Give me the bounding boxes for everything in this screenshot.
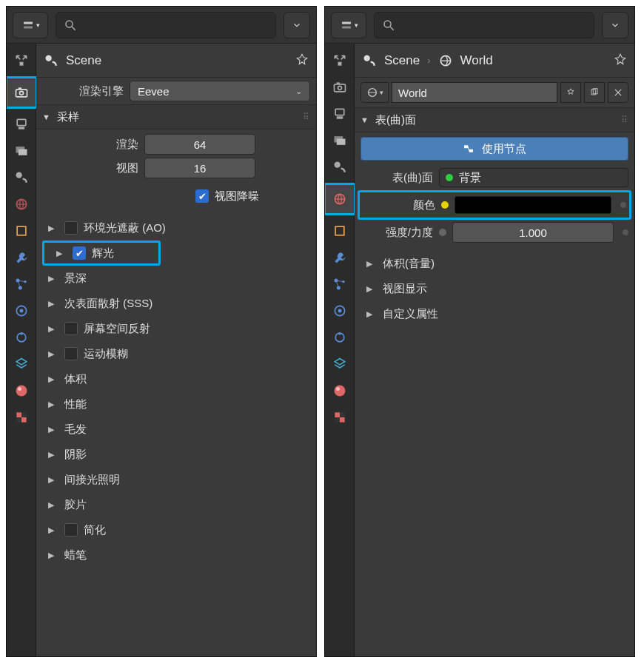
link-dot-icon[interactable]	[623, 229, 628, 235]
svg-point-48	[336, 286, 340, 290]
tab-physics[interactable]	[327, 298, 352, 323]
tab-world[interactable]	[324, 183, 356, 215]
svg-point-56	[336, 387, 340, 391]
tab-world[interactable]	[9, 192, 34, 217]
surface-shader-select[interactable]: 背景	[439, 168, 628, 187]
svg-point-54	[338, 332, 341, 334]
tab-data[interactable]	[9, 352, 34, 377]
svg-rect-31	[342, 21, 351, 24]
section-surface[interactable]: ▼ 表(曲)面	[355, 107, 634, 132]
section-1[interactable]: ▶视图显示	[355, 276, 634, 301]
svg-rect-29	[21, 417, 27, 423]
disclosure-icon: ▶	[48, 374, 58, 384]
strength-field[interactable]: 1.000	[452, 222, 614, 243]
section-1[interactable]: ▶✔辉光	[42, 240, 161, 266]
tab-modifiers[interactable]	[327, 245, 352, 270]
tab-material[interactable]	[9, 378, 34, 403]
tab-output[interactable]	[9, 112, 34, 137]
section-0[interactable]: ▶环境光遮蔽 (AO)	[36, 215, 316, 240]
socket-dot-icon	[439, 229, 446, 236]
fake-user-button[interactable]	[560, 82, 581, 103]
section-checkbox[interactable]: ✔	[73, 246, 86, 260]
editor-type-selector[interactable]: ▾	[13, 12, 48, 38]
surface-shader-row: 表(曲)面 背景	[355, 165, 634, 190]
unlink-datablock-button[interactable]	[608, 82, 628, 103]
options-dropdown[interactable]	[602, 12, 628, 38]
tab-modifiers[interactable]	[9, 245, 34, 270]
tab-constraints[interactable]	[9, 325, 34, 350]
tab-object[interactable]	[9, 218, 34, 243]
datablock-browse[interactable]: ▾	[360, 82, 389, 103]
drag-handle-icon[interactable]	[303, 112, 310, 122]
tab-viewlayer[interactable]	[327, 128, 352, 153]
section-6[interactable]: ▶体积	[36, 366, 316, 391]
section-checkbox[interactable]	[64, 322, 78, 335]
pin-button[interactable]	[295, 53, 309, 68]
render-samples-field[interactable]: 64	[144, 134, 255, 155]
section-9[interactable]: ▶阴影	[36, 442, 316, 467]
breadcrumb-scene[interactable]: Scene	[66, 53, 101, 68]
tab-material[interactable]	[327, 378, 352, 403]
tab-viewlayer[interactable]	[9, 138, 34, 164]
tab-render[interactable]	[327, 75, 352, 100]
datablock-name-field[interactable]: World	[392, 82, 557, 103]
svg-point-24	[16, 386, 27, 397]
editor-type-selector[interactable]: ▾	[331, 12, 366, 38]
new-datablock-button[interactable]	[584, 82, 605, 103]
tab-physics[interactable]	[9, 298, 34, 323]
section-13[interactable]: ▶蜡笔	[36, 542, 316, 568]
section-label: 自定义属性	[383, 307, 438, 321]
search-input[interactable]	[374, 12, 594, 38]
section-10[interactable]: ▶间接光照明	[36, 467, 316, 492]
use-nodes-button[interactable]: 使用节点	[360, 137, 628, 161]
options-dropdown[interactable]	[284, 12, 310, 38]
section-12[interactable]: ▶简化	[36, 517, 316, 542]
section-sampling[interactable]: ▼ 采样	[36, 104, 316, 130]
tab-scene[interactable]	[327, 155, 352, 180]
breadcrumb-world[interactable]: World	[460, 53, 493, 68]
drag-handle-icon[interactable]	[621, 115, 628, 125]
tab-object[interactable]	[327, 218, 352, 243]
section-3[interactable]: ▶次表面散射 (SSS)	[36, 291, 316, 316]
section-4[interactable]: ▶屏幕空间反射	[36, 316, 316, 341]
section-8[interactable]: ▶毛发	[36, 417, 316, 442]
color-field[interactable]	[455, 196, 611, 214]
tab-tool[interactable]	[327, 48, 352, 73]
properties-tabs	[325, 44, 355, 656]
tab-output[interactable]	[327, 101, 352, 127]
svg-rect-42	[336, 139, 345, 145]
tab-particles[interactable]	[327, 272, 352, 297]
disclosure-icon: ▼	[360, 115, 371, 124]
link-dot-icon[interactable]	[620, 202, 626, 208]
search-input[interactable]	[56, 12, 276, 38]
section-checkbox[interactable]	[64, 523, 78, 536]
section-7[interactable]: ▶性能	[36, 391, 316, 417]
render-engine-select[interactable]: Eevee⌄	[130, 81, 310, 101]
section-11[interactable]: ▶胶片	[36, 492, 316, 517]
breadcrumb-scene[interactable]: Scene	[384, 53, 420, 68]
section-checkbox[interactable]	[64, 221, 78, 235]
section-checkbox[interactable]	[64, 347, 78, 360]
tab-texture[interactable]	[327, 405, 352, 430]
svg-point-2	[66, 21, 73, 27]
tab-particles[interactable]	[9, 272, 34, 297]
section-5[interactable]: ▶运动模糊	[36, 341, 316, 366]
section-label: 间接光照明	[64, 473, 120, 487]
tab-tool[interactable]	[9, 48, 34, 73]
viewport-samples-field[interactable]: 16	[144, 158, 255, 178]
viewport-denoise-checkbox[interactable]: ✔	[195, 189, 209, 203]
pin-button[interactable]	[614, 53, 627, 68]
tab-constraints[interactable]	[327, 325, 352, 350]
section-2[interactable]: ▶自定义属性	[355, 301, 634, 326]
render-samples-label: 渲染	[42, 138, 138, 152]
color-row-highlight: 颜色	[358, 190, 631, 220]
section-2[interactable]: ▶景深	[36, 266, 316, 291]
svg-point-21	[19, 309, 23, 313]
section-0[interactable]: ▶体积(音量)	[355, 251, 634, 276]
tab-texture[interactable]	[9, 405, 34, 430]
svg-point-23	[20, 332, 22, 334]
tab-render[interactable]	[6, 76, 38, 109]
tab-scene[interactable]	[9, 165, 34, 190]
tab-data[interactable]	[327, 352, 352, 377]
disclosure-icon: ▶	[366, 309, 377, 319]
